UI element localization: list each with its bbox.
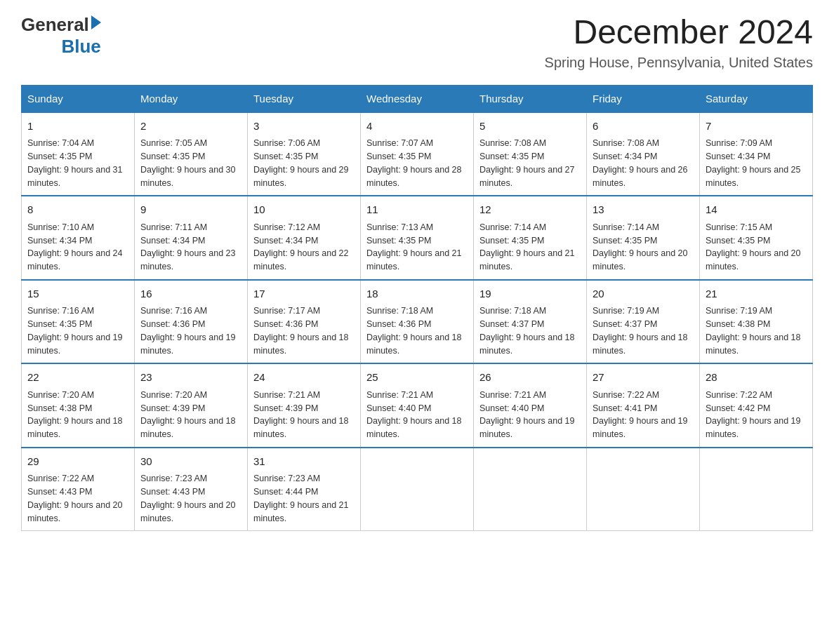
day-number: 9 xyxy=(140,202,241,218)
calendar-cell: 31 Sunrise: 7:23 AMSunset: 4:44 PMDaylig… xyxy=(248,448,361,531)
calendar-cell xyxy=(587,448,700,531)
location-title: Spring House, Pennsylvania, United State… xyxy=(545,55,813,71)
day-number: 10 xyxy=(253,202,355,218)
calendar-week-3: 15 Sunrise: 7:16 AMSunset: 4:35 PMDaylig… xyxy=(22,280,813,364)
day-info: Sunrise: 7:23 AMSunset: 4:43 PMDaylight:… xyxy=(140,474,236,523)
calendar-cell xyxy=(474,448,587,531)
day-number: 13 xyxy=(593,202,694,218)
day-number: 5 xyxy=(479,119,581,135)
month-title: December 2024 xyxy=(545,14,813,51)
day-number: 19 xyxy=(479,286,581,302)
calendar-week-2: 8 Sunrise: 7:10 AMSunset: 4:34 PMDayligh… xyxy=(22,196,813,280)
calendar-week-4: 22 Sunrise: 7:20 AMSunset: 4:38 PMDaylig… xyxy=(22,363,813,448)
calendar-cell: 13 Sunrise: 7:14 AMSunset: 4:35 PMDaylig… xyxy=(587,196,700,280)
day-info: Sunrise: 7:04 AMSunset: 4:35 PMDaylight:… xyxy=(27,138,123,187)
day-info: Sunrise: 7:05 AMSunset: 4:35 PMDaylight:… xyxy=(140,138,236,187)
day-info: Sunrise: 7:22 AMSunset: 4:41 PMDaylight:… xyxy=(593,390,688,439)
calendar-cell: 26 Sunrise: 7:21 AMSunset: 4:40 PMDaylig… xyxy=(474,363,587,448)
day-info: Sunrise: 7:12 AMSunset: 4:34 PMDaylight:… xyxy=(253,222,349,271)
day-number: 6 xyxy=(593,119,694,135)
day-number: 29 xyxy=(27,454,128,470)
calendar-cell: 8 Sunrise: 7:10 AMSunset: 4:34 PMDayligh… xyxy=(22,196,135,280)
day-info: Sunrise: 7:08 AMSunset: 4:35 PMDaylight:… xyxy=(479,138,575,187)
calendar-cell: 7 Sunrise: 7:09 AMSunset: 4:34 PMDayligh… xyxy=(700,112,813,196)
calendar-cell: 5 Sunrise: 7:08 AMSunset: 4:35 PMDayligh… xyxy=(474,112,587,196)
calendar-cell: 2 Sunrise: 7:05 AMSunset: 4:35 PMDayligh… xyxy=(135,112,248,196)
day-number: 18 xyxy=(366,286,468,302)
calendar-cell xyxy=(361,448,474,531)
logo-blue: Blue xyxy=(61,36,100,58)
day-number: 22 xyxy=(27,370,128,386)
weekday-header-saturday: Saturday xyxy=(700,85,813,112)
day-info: Sunrise: 7:20 AMSunset: 4:38 PMDaylight:… xyxy=(27,390,123,439)
calendar-cell: 29 Sunrise: 7:22 AMSunset: 4:43 PMDaylig… xyxy=(22,448,135,531)
calendar-cell: 14 Sunrise: 7:15 AMSunset: 4:35 PMDaylig… xyxy=(700,196,813,280)
day-info: Sunrise: 7:06 AMSunset: 4:35 PMDaylight:… xyxy=(253,138,349,187)
day-info: Sunrise: 7:16 AMSunset: 4:35 PMDaylight:… xyxy=(27,306,123,355)
calendar-cell: 24 Sunrise: 7:21 AMSunset: 4:39 PMDaylig… xyxy=(248,363,361,448)
day-info: Sunrise: 7:11 AMSunset: 4:34 PMDaylight:… xyxy=(140,222,236,271)
day-number: 2 xyxy=(140,119,241,135)
calendar-cell: 28 Sunrise: 7:22 AMSunset: 4:42 PMDaylig… xyxy=(700,363,813,448)
calendar-cell: 6 Sunrise: 7:08 AMSunset: 4:34 PMDayligh… xyxy=(587,112,700,196)
logo-general: General xyxy=(21,14,89,36)
day-number: 4 xyxy=(366,119,468,135)
day-number: 27 xyxy=(593,370,694,386)
day-number: 31 xyxy=(253,454,355,470)
calendar-cell: 19 Sunrise: 7:18 AMSunset: 4:37 PMDaylig… xyxy=(474,280,587,364)
day-info: Sunrise: 7:18 AMSunset: 4:36 PMDaylight:… xyxy=(366,306,462,355)
day-number: 17 xyxy=(253,286,355,302)
day-number: 26 xyxy=(479,370,581,386)
calendar-cell: 10 Sunrise: 7:12 AMSunset: 4:34 PMDaylig… xyxy=(248,196,361,280)
calendar-cell: 16 Sunrise: 7:16 AMSunset: 4:36 PMDaylig… xyxy=(135,280,248,364)
calendar-body: 1 Sunrise: 7:04 AMSunset: 4:35 PMDayligh… xyxy=(22,112,813,531)
day-info: Sunrise: 7:14 AMSunset: 4:35 PMDaylight:… xyxy=(593,222,688,271)
day-number: 3 xyxy=(253,119,355,135)
day-info: Sunrise: 7:16 AMSunset: 4:36 PMDaylight:… xyxy=(140,306,236,355)
day-number: 21 xyxy=(706,286,807,302)
calendar-cell: 22 Sunrise: 7:20 AMSunset: 4:38 PMDaylig… xyxy=(22,363,135,448)
day-info: Sunrise: 7:17 AMSunset: 4:36 PMDaylight:… xyxy=(253,306,349,355)
calendar-cell: 15 Sunrise: 7:16 AMSunset: 4:35 PMDaylig… xyxy=(22,280,135,364)
title-section: December 2024 Spring House, Pennsylvania… xyxy=(545,14,813,71)
day-number: 11 xyxy=(366,202,468,218)
day-number: 1 xyxy=(27,119,128,135)
calendar-cell: 3 Sunrise: 7:06 AMSunset: 4:35 PMDayligh… xyxy=(248,112,361,196)
weekday-header-wednesday: Wednesday xyxy=(361,85,474,112)
day-number: 20 xyxy=(593,286,694,302)
day-info: Sunrise: 7:23 AMSunset: 4:44 PMDaylight:… xyxy=(253,474,349,523)
weekday-header-thursday: Thursday xyxy=(474,85,587,112)
calendar-cell: 25 Sunrise: 7:21 AMSunset: 4:40 PMDaylig… xyxy=(361,363,474,448)
day-info: Sunrise: 7:14 AMSunset: 4:35 PMDaylight:… xyxy=(479,222,575,271)
calendar-cell: 30 Sunrise: 7:23 AMSunset: 4:43 PMDaylig… xyxy=(135,448,248,531)
page-header: General Blue December 2024 Spring House,… xyxy=(21,14,813,71)
calendar-week-5: 29 Sunrise: 7:22 AMSunset: 4:43 PMDaylig… xyxy=(22,448,813,531)
weekday-header-sunday: Sunday xyxy=(22,85,135,112)
day-info: Sunrise: 7:19 AMSunset: 4:38 PMDaylight:… xyxy=(706,306,801,355)
weekday-header-friday: Friday xyxy=(587,85,700,112)
weekday-header-tuesday: Tuesday xyxy=(248,85,361,112)
day-info: Sunrise: 7:22 AMSunset: 4:43 PMDaylight:… xyxy=(27,474,123,523)
calendar-cell: 12 Sunrise: 7:14 AMSunset: 4:35 PMDaylig… xyxy=(474,196,587,280)
day-number: 12 xyxy=(479,202,581,218)
calendar-cell: 23 Sunrise: 7:20 AMSunset: 4:39 PMDaylig… xyxy=(135,363,248,448)
day-info: Sunrise: 7:18 AMSunset: 4:37 PMDaylight:… xyxy=(479,306,575,355)
day-number: 15 xyxy=(27,286,128,302)
calendar-cell: 9 Sunrise: 7:11 AMSunset: 4:34 PMDayligh… xyxy=(135,196,248,280)
calendar-cell: 17 Sunrise: 7:17 AMSunset: 4:36 PMDaylig… xyxy=(248,280,361,364)
day-number: 7 xyxy=(706,119,807,135)
day-number: 24 xyxy=(253,370,355,386)
calendar-cell: 27 Sunrise: 7:22 AMSunset: 4:41 PMDaylig… xyxy=(587,363,700,448)
day-info: Sunrise: 7:22 AMSunset: 4:42 PMDaylight:… xyxy=(706,390,801,439)
day-number: 30 xyxy=(140,454,241,470)
logo-arrow-icon xyxy=(91,15,101,29)
day-info: Sunrise: 7:13 AMSunset: 4:35 PMDaylight:… xyxy=(366,222,462,271)
calendar-cell: 11 Sunrise: 7:13 AMSunset: 4:35 PMDaylig… xyxy=(361,196,474,280)
day-info: Sunrise: 7:15 AMSunset: 4:35 PMDaylight:… xyxy=(706,222,801,271)
day-number: 8 xyxy=(27,202,128,218)
day-info: Sunrise: 7:07 AMSunset: 4:35 PMDaylight:… xyxy=(366,138,462,187)
day-number: 28 xyxy=(706,370,807,386)
logo: General Blue xyxy=(21,14,101,58)
day-info: Sunrise: 7:21 AMSunset: 4:39 PMDaylight:… xyxy=(253,390,349,439)
calendar-cell: 21 Sunrise: 7:19 AMSunset: 4:38 PMDaylig… xyxy=(700,280,813,364)
